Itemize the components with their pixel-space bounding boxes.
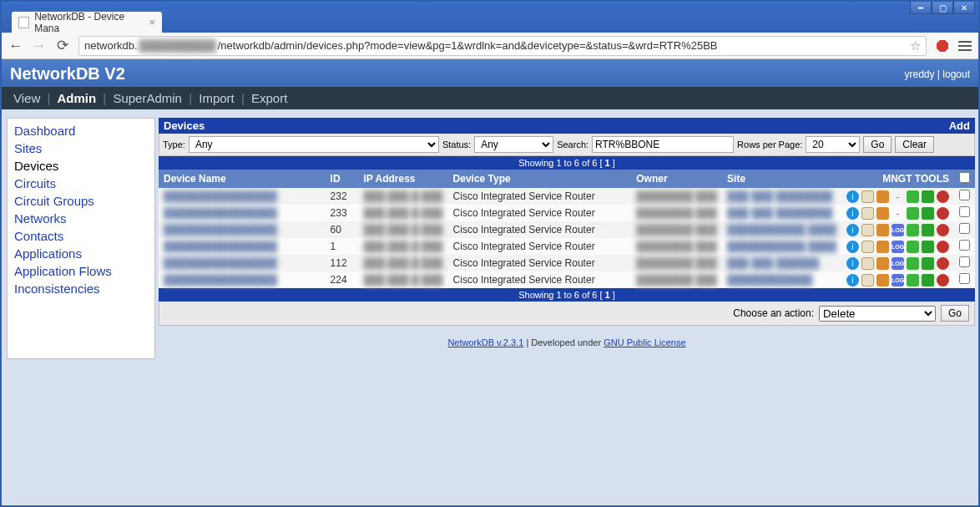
status-ok-icon[interactable]: [907, 241, 919, 253]
device-site-link[interactable]: ███████████ ████: [727, 224, 836, 236]
info-icon[interactable]: i: [846, 224, 859, 236]
notes-icon[interactable]: [861, 241, 874, 253]
alert-icon[interactable]: [937, 224, 949, 236]
menu-import[interactable]: Import: [199, 91, 235, 105]
alert-icon[interactable]: [937, 274, 949, 286]
device-name-link[interactable]: ████████████████: [164, 224, 277, 236]
device-site-link[interactable]: ███████████ ████: [727, 241, 836, 252]
sidebar-item-sites[interactable]: Sites: [8, 139, 154, 157]
address-bar[interactable]: networkdb. ██████████ /networkdb/admin/d…: [78, 36, 927, 56]
sidebar-item-contacts[interactable]: Contacts: [8, 227, 154, 245]
graph-icon[interactable]: [922, 224, 934, 236]
sidebar-item-applications[interactable]: Applications: [8, 245, 154, 262]
col-device-name[interactable]: Device Name: [159, 170, 326, 188]
alert-icon[interactable]: [937, 241, 949, 253]
inventory-icon[interactable]: [876, 274, 889, 286]
notes-icon[interactable]: [861, 274, 874, 286]
bookmark-star-icon[interactable]: ☆: [910, 38, 921, 53]
notes-icon[interactable]: [861, 257, 874, 270]
sidebar-item-devices[interactable]: Devices: [8, 157, 154, 175]
col-owner[interactable]: Owner: [631, 170, 722, 188]
sidebar-item-networks[interactable]: Networks: [8, 210, 154, 227]
info-icon[interactable]: i: [846, 241, 859, 253]
window-maximize-button[interactable]: ▢: [932, 1, 953, 14]
menu-view[interactable]: View: [13, 91, 40, 105]
row-select-checkbox[interactable]: [959, 223, 970, 234]
row-select-checkbox[interactable]: [959, 273, 970, 284]
inventory-icon[interactable]: [876, 257, 889, 270]
log-icon[interactable]: LOG: [892, 257, 904, 270]
sidebar-item-dashboard[interactable]: Dashboard: [8, 122, 154, 139]
filter-clear-button[interactable]: Clear: [895, 136, 934, 153]
row-select-checkbox[interactable]: [959, 256, 970, 267]
log-icon[interactable]: LOG: [892, 224, 904, 236]
row-select-checkbox[interactable]: [959, 206, 970, 217]
device-name-link[interactable]: ████████████████: [164, 190, 277, 202]
window-minimize-button[interactable]: ━: [910, 1, 932, 14]
select-all-checkbox[interactable]: [959, 172, 970, 183]
graph-icon[interactable]: [922, 207, 934, 220]
log-icon[interactable]: LOG: [892, 241, 904, 253]
log-icon[interactable]: LOG: [892, 274, 904, 286]
col-id[interactable]: ID: [326, 170, 359, 188]
rows-per-page-select[interactable]: 20: [806, 136, 860, 153]
filter-go-button[interactable]: Go: [863, 136, 892, 153]
device-site-link[interactable]: ████████████: [727, 274, 812, 286]
alert-icon[interactable]: [937, 190, 949, 203]
user-name-link[interactable]: yreddy: [904, 68, 934, 80]
info-icon[interactable]: i: [846, 190, 859, 203]
sidebar-item-application-flows[interactable]: Application Flows: [8, 262, 154, 280]
bulk-action-go-button[interactable]: Go: [941, 305, 969, 322]
graph-icon[interactable]: [922, 274, 934, 286]
status-ok-icon[interactable]: [907, 257, 919, 270]
graph-icon[interactable]: [922, 241, 934, 253]
device-site-link[interactable]: ███-███ ████████: [727, 190, 832, 202]
notes-icon[interactable]: [861, 207, 874, 220]
tab-close-icon[interactable]: ×: [149, 16, 155, 28]
inventory-icon[interactable]: [876, 241, 889, 253]
device-name-link[interactable]: ████████████████: [164, 274, 277, 286]
status-ok-icon[interactable]: [907, 274, 919, 286]
device-name-link[interactable]: ████████████████: [164, 241, 277, 252]
type-select[interactable]: Any: [189, 136, 439, 153]
footer-license-link[interactable]: GNU Public License: [604, 337, 685, 347]
sidebar-item-circuits[interactable]: Circuits: [8, 175, 154, 192]
device-name-link[interactable]: ████████████████: [164, 207, 277, 219]
nav-back-button[interactable]: ←: [8, 38, 23, 54]
graph-icon[interactable]: [922, 257, 934, 270]
alert-icon[interactable]: [937, 257, 949, 270]
sidebar-item-inconsistencies[interactable]: Inconsistencies: [8, 280, 154, 297]
extension-adblock-icon[interactable]: [935, 38, 950, 53]
status-ok-icon[interactable]: [907, 190, 919, 203]
menu-admin[interactable]: Admin: [58, 91, 97, 105]
inventory-icon[interactable]: [876, 207, 889, 220]
device-site-link[interactable]: ███-███ ████████: [727, 207, 832, 219]
device-name-link[interactable]: ████████████████: [164, 257, 277, 269]
info-icon[interactable]: i: [846, 207, 859, 220]
footer-version-link[interactable]: NetworkDB v.2.3.1: [447, 337, 523, 347]
menu-export[interactable]: Export: [251, 91, 287, 105]
status-ok-icon[interactable]: [907, 207, 919, 220]
col-site[interactable]: Site: [722, 170, 841, 188]
search-input[interactable]: [592, 136, 734, 153]
browser-tab[interactable]: NetworkDB - Device Mana ×: [12, 12, 162, 33]
device-site-link[interactable]: ███-███-██████: [727, 257, 819, 269]
notes-icon[interactable]: [861, 190, 874, 203]
inventory-icon[interactable]: [876, 224, 889, 236]
alert-icon[interactable]: [937, 207, 949, 220]
status-ok-icon[interactable]: [907, 224, 919, 236]
add-device-link[interactable]: Add: [949, 119, 970, 132]
col-ip[interactable]: IP Address: [359, 170, 448, 188]
menu-superadmin[interactable]: SuperAdmin: [113, 91, 182, 105]
sidebar-item-circuit-groups[interactable]: Circuit Groups: [8, 192, 154, 210]
inventory-icon[interactable]: [876, 190, 889, 203]
row-select-checkbox[interactable]: [959, 190, 970, 200]
logout-link[interactable]: logout: [942, 68, 970, 80]
row-select-checkbox[interactable]: [959, 240, 970, 251]
nav-reload-button[interactable]: ⟳: [55, 37, 70, 54]
status-select[interactable]: Any: [474, 136, 553, 153]
bulk-action-select[interactable]: Delete: [819, 306, 936, 322]
window-close-button[interactable]: ✕: [953, 1, 975, 14]
graph-icon[interactable]: [922, 190, 934, 203]
notes-icon[interactable]: [861, 224, 874, 236]
